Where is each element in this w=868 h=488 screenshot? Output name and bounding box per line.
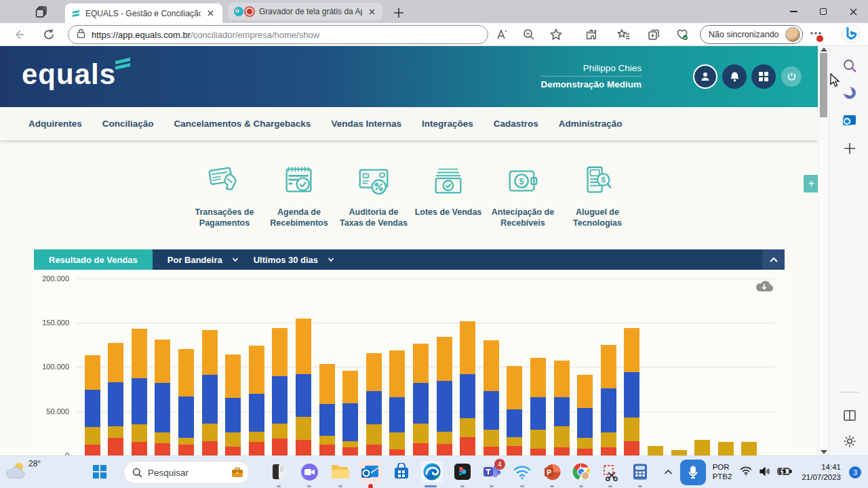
stacked-bar[interactable] — [366, 353, 382, 455]
brand-filter-dropdown[interactable]: Por Bandeira — [167, 255, 239, 265]
stacked-bar[interactable] — [296, 319, 311, 455]
read-aloud-icon[interactable] — [495, 28, 509, 41]
file-explorer-icon[interactable] — [329, 461, 351, 483]
language-indicator[interactable]: POR PTB2 — [713, 463, 732, 482]
nav-item-cadastros[interactable]: Cadastros — [494, 119, 538, 129]
period-filter-dropdown[interactable]: Ultimos 30 dias — [254, 255, 334, 265]
user-block[interactable]: Philippo Chies Demonstração Medium — [540, 63, 642, 89]
teams-app-icon[interactable]: 4 — [481, 461, 502, 483]
stacked-bar[interactable] — [694, 440, 710, 456]
stacked-bar[interactable] — [108, 343, 123, 455]
stacked-bar[interactable] — [178, 349, 194, 455]
tray-overflow-chevron[interactable] — [659, 461, 677, 483]
sidebar-search-icon[interactable] — [842, 58, 857, 73]
edge-browser-icon[interactable] — [421, 461, 443, 483]
shortcut-transacoes[interactable]: Transações de Pagamentos — [187, 163, 262, 228]
zoom-out-icon[interactable] — [522, 28, 536, 41]
stacked-bar[interactable] — [85, 355, 100, 455]
tab-close-icon[interactable] — [366, 6, 377, 17]
stacked-bar[interactable] — [671, 450, 687, 455]
wifi-app-icon[interactable] — [511, 461, 533, 483]
notification-count-badge[interactable]: 3 — [849, 466, 861, 479]
download-chart-icon[interactable] — [755, 279, 773, 295]
stacked-bar[interactable] — [413, 344, 429, 455]
browser-tab-equals[interactable]: EQUALS - Gestão e Conciliação de — [65, 3, 222, 23]
stacked-bar[interactable] — [577, 375, 593, 455]
stacked-bar[interactable] — [249, 346, 264, 455]
nav-item-conciliacao[interactable]: Conciliação — [102, 119, 154, 129]
nav-item-administracao[interactable]: Administração — [559, 119, 623, 129]
stacked-bar[interactable] — [202, 330, 218, 455]
tab-resultado-de-vendas[interactable]: Resultado de Vendas — [34, 249, 153, 270]
stacked-bar[interactable] — [319, 364, 335, 455]
taskbar-weather-widget[interactable]: 28° — [4, 459, 41, 482]
stacked-bar[interactable] — [389, 350, 405, 455]
browser-tab-recorder[interactable]: Gravador de tela grátis da Ap — [228, 3, 382, 20]
new-tab-button[interactable] — [392, 6, 406, 20]
stacked-bar[interactable] — [272, 328, 288, 455]
nav-item-adquirentes[interactable]: Adquirentes — [28, 119, 82, 129]
floating-add-button[interactable]: + — [804, 175, 818, 192]
tab-close-icon[interactable] — [205, 8, 216, 19]
stacked-bar[interactable] — [155, 340, 170, 455]
snipping-tool-icon[interactable] — [599, 461, 621, 483]
sync-status-button[interactable]: Não sincronizando — [700, 25, 803, 44]
back-icon[interactable] — [12, 28, 26, 41]
split-screen-icon[interactable] — [842, 408, 857, 423]
stacked-bar[interactable] — [741, 442, 757, 455]
powerpoint-app-icon[interactable]: P — [541, 461, 563, 483]
stacked-bar[interactable] — [530, 358, 546, 455]
taskbar-search-box[interactable]: Pesquisar — [123, 461, 250, 484]
stacked-bar[interactable] — [132, 329, 147, 455]
notifications-bell-button[interactable] — [722, 64, 747, 89]
profile-button[interactable] — [693, 64, 717, 89]
browser-essentials-icon[interactable] — [675, 28, 689, 41]
stacked-bar[interactable] — [225, 354, 241, 455]
microphone-button[interactable] — [680, 460, 706, 485]
nav-item-vendas-internas[interactable]: Vendas Internas — [331, 119, 401, 129]
figma-app-icon[interactable] — [452, 461, 473, 483]
stacked-bar[interactable] — [601, 345, 616, 455]
sidebar-add-icon[interactable] — [842, 141, 857, 156]
scroll-up-arrow[interactable] — [821, 47, 827, 52]
stacked-bar[interactable] — [342, 371, 358, 455]
nav-item-integracoes[interactable]: Integrações — [422, 119, 473, 129]
maximize-button[interactable] — [808, 0, 838, 23]
stacked-bar[interactable] — [437, 337, 452, 455]
stacked-bar[interactable] — [718, 442, 734, 455]
sidebar-outlook-icon[interactable] — [842, 113, 857, 127]
minimize-button[interactable] — [778, 0, 808, 23]
tray-volume-icon[interactable] — [759, 466, 770, 479]
shortcut-antecipacao[interactable]: $ Antecipação de Recebíveis — [486, 163, 560, 228]
address-bar[interactable]: https://app.equals.com.br/conciliador/em… — [68, 25, 488, 44]
bing-copilot-icon[interactable] — [841, 24, 861, 44]
shortcut-aluguel[interactable]: $ Aluguel de Tecnologias — [560, 163, 635, 228]
apps-grid-button[interactable] — [751, 64, 776, 89]
tray-clock[interactable]: 14:41 21/07/2023 — [802, 462, 841, 483]
video-recorder-app-icon[interactable] — [298, 461, 320, 483]
close-button[interactable] — [838, 0, 868, 23]
outlook-app-icon[interactable] — [359, 461, 381, 483]
stacked-bar[interactable] — [554, 361, 570, 455]
stacked-bar[interactable] — [648, 446, 663, 455]
tab-groups-icon[interactable] — [647, 28, 660, 41]
refresh-icon[interactable] — [42, 28, 56, 41]
stacked-bar[interactable] — [624, 328, 639, 455]
microsoft-store-icon[interactable] — [391, 461, 412, 483]
scroll-down-arrow[interactable] — [821, 450, 827, 454]
workspaces-icon[interactable] — [35, 5, 49, 18]
browser-scrollbar[interactable] — [818, 46, 829, 455]
shortcut-lotes[interactable]: Lotes de Vendas — [411, 163, 486, 228]
tray-wifi-icon[interactable] — [740, 466, 752, 479]
nav-item-cancelamentos[interactable]: Cancelamentos & Chargebacks — [174, 119, 311, 129]
collapse-panel-button[interactable] — [762, 249, 785, 270]
start-button[interactable] — [89, 461, 111, 483]
stacked-bar[interactable] — [460, 321, 475, 455]
sidebar-settings-gear-icon[interactable] — [842, 434, 857, 449]
extensions-icon[interactable] — [585, 28, 598, 41]
collections-icon[interactable] — [617, 28, 631, 41]
sidebar-copilot-icon[interactable] — [842, 85, 857, 100]
shortcut-agenda[interactable]: Agenda de Recebimentos — [262, 163, 336, 228]
chrome-browser-icon[interactable] — [570, 461, 592, 483]
logout-power-button[interactable] — [781, 66, 802, 87]
